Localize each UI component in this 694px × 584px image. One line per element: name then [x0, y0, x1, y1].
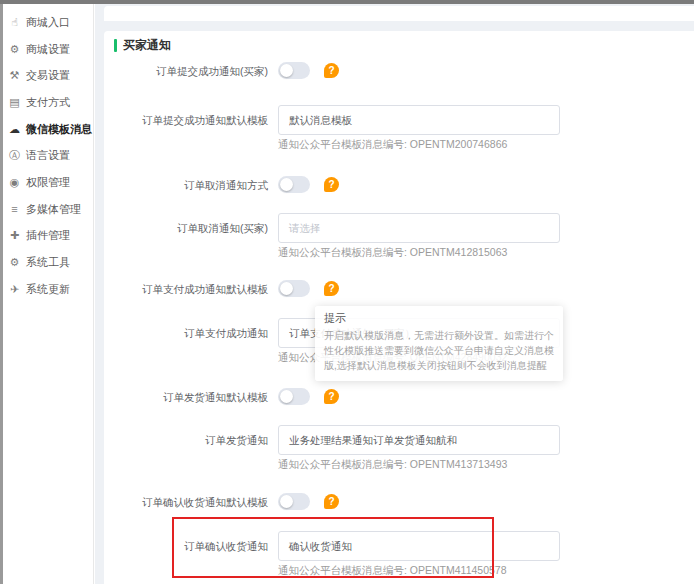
- sidebar-item-label: 商城设置: [26, 42, 70, 57]
- bank-card-icon: ▤: [8, 96, 21, 109]
- field-label: 订单提交成功通知(买家): [104, 62, 268, 80]
- tools-icon: ⚒: [8, 69, 21, 82]
- thumb-up-icon: ☝: [8, 16, 21, 29]
- section-title: 买家通知: [123, 37, 171, 54]
- form-row-toggle: 订单确认收货通知默认模板?: [104, 493, 694, 511]
- toggle-switch-off[interactable]: [278, 493, 310, 510]
- form-row-input: 订单提交成功通知默认模板默认消息模板通知公众平台模板消息编号: OPENTM20…: [104, 105, 694, 149]
- toggle-switch-off[interactable]: [278, 62, 310, 79]
- sidebar-item-6[interactable]: ◉权限管理: [0, 169, 93, 196]
- field-label: 订单发货通知: [104, 425, 268, 455]
- field-controls: ?: [278, 493, 339, 510]
- text-input[interactable]: 确认收货通知: [278, 531, 560, 561]
- sidebar-item-9[interactable]: ⚙系统工具: [0, 249, 93, 276]
- section-header: 买家通知: [114, 37, 171, 54]
- send-icon: ✈: [8, 283, 21, 296]
- sidebar-item-label: 支付方式: [26, 95, 70, 110]
- tooltip: 提示 开启默认模版消息，无需进行额外设置。如需进行个性化模版推送需要到微信公众平…: [315, 306, 563, 381]
- form-row-toggle: 订单取消通知方式?: [104, 176, 694, 194]
- help-icon[interactable]: ?: [324, 281, 339, 296]
- help-icon[interactable]: ?: [324, 177, 339, 192]
- form-row-toggle: 订单发货通知默认模板?: [104, 388, 694, 406]
- help-icon[interactable]: ?: [324, 494, 339, 509]
- template-id-helper: 通知公众平台模板消息编号: OPENTM411450578: [278, 564, 507, 578]
- sidebar: ☝商城入口⚙商城设置⚒交易设置▤支付方式☁微信模板消息Ⓐ语言设置◉权限管理≡多媒…: [0, 4, 94, 584]
- field-controls: ?: [278, 388, 339, 405]
- sidebar-item-1[interactable]: ⚙商城设置: [0, 36, 93, 63]
- toggle-switch-off[interactable]: [278, 280, 310, 297]
- sidebar-item-0[interactable]: ☝商城入口: [0, 9, 93, 36]
- language-icon: Ⓐ: [8, 148, 21, 163]
- field-label: 订单确认收货通知: [104, 531, 268, 561]
- toggle-knob: [280, 390, 293, 403]
- sidebar-item-8[interactable]: ✚插件管理: [0, 223, 93, 250]
- template-id-helper: 通知公众平台模板消息编号: OPENTM200746866: [278, 138, 507, 152]
- gear-icon: ⚙: [8, 43, 21, 56]
- sidebar-item-label: 微信模板消息: [26, 122, 92, 137]
- form-row-toggle: 订单提交成功通知(买家)?: [104, 62, 694, 80]
- eye-icon: ◉: [8, 176, 21, 189]
- field-label: 订单取消通知(买家): [104, 213, 268, 243]
- app-window: ☝商城入口⚙商城设置⚒交易设置▤支付方式☁微信模板消息Ⓐ语言设置◉权限管理≡多媒…: [0, 0, 694, 584]
- help-icon[interactable]: ?: [324, 389, 339, 404]
- toggle-knob: [280, 282, 293, 295]
- tooltip-title: 提示: [324, 311, 554, 326]
- form-row-input: 订单取消通知(买家)请选择通知公众平台模板消息编号: OPENTM4128150…: [104, 213, 694, 257]
- template-id-helper: 通知公众平台模板消息编号: OPENTM412815063: [278, 246, 507, 260]
- tooltip-body: 开启默认模版消息，无需进行额外设置。如需进行个性化模版推送需要到微信公众平台申请…: [324, 328, 554, 373]
- field-label: 订单确认收货通知默认模板: [104, 493, 268, 511]
- toggle-knob: [280, 495, 293, 508]
- text-input[interactable]: 默认消息模板: [278, 105, 560, 135]
- toggle-knob: [280, 178, 293, 191]
- gear-icon: ⚙: [8, 256, 21, 269]
- list-icon: ≡: [8, 203, 21, 215]
- template-id-helper: 通知公众平台模板消息编号: OPENTM413713493: [278, 458, 507, 472]
- settings-panel: 买家通知 订单提交成功通知(买家)?订单提交成功通知默认模板默认消息模板通知公众…: [104, 31, 694, 584]
- field-label: 订单支付成功通知默认模板: [104, 280, 268, 298]
- field-controls: ?: [278, 62, 339, 79]
- sidebar-item-3[interactable]: ▤支付方式: [0, 89, 93, 116]
- form-row-input: 订单确认收货通知确认收货通知通知公众平台模板消息编号: OPENTM411450…: [104, 531, 694, 575]
- field-label: 订单提交成功通知默认模板: [104, 105, 268, 135]
- toggle-switch-off[interactable]: [278, 176, 310, 193]
- content-header-bar: [104, 6, 694, 21]
- form-row-toggle: 订单支付成功通知默认模板?: [104, 280, 694, 298]
- field-label: 订单发货通知默认模板: [104, 388, 268, 406]
- help-icon[interactable]: ?: [324, 63, 339, 78]
- toggle-knob: [280, 64, 293, 77]
- sidebar-item-2[interactable]: ⚒交易设置: [0, 62, 93, 89]
- sidebar-item-label: 权限管理: [26, 175, 70, 190]
- field-label: 订单支付成功通知: [104, 318, 268, 348]
- sidebar-item-label: 语言设置: [26, 148, 70, 163]
- toggle-switch-off[interactable]: [278, 388, 310, 405]
- sidebar-item-4[interactable]: ☁微信模板消息: [0, 116, 93, 143]
- plugin-icon: ✚: [8, 229, 21, 242]
- field-label: 订单取消通知方式: [104, 176, 268, 194]
- text-input[interactable]: 业务处理结果通知订单发货通知航和: [278, 425, 560, 455]
- wechat-icon: ☁: [8, 123, 21, 136]
- form-row-input: 订单发货通知业务处理结果通知订单发货通知航和通知公众平台模板消息编号: OPEN…: [104, 425, 694, 469]
- field-controls: ?: [278, 176, 339, 193]
- sidebar-item-7[interactable]: ≡多媒体管理: [0, 196, 93, 223]
- sidebar-item-label: 交易设置: [26, 68, 70, 83]
- sidebar-item-label: 插件管理: [26, 228, 70, 243]
- accent-bar: [114, 39, 117, 52]
- sidebar-item-5[interactable]: Ⓐ语言设置: [0, 142, 93, 169]
- field-controls: ?: [278, 280, 339, 297]
- sidebar-item-label: 系统工具: [26, 255, 70, 270]
- sidebar-item-label: 系统更新: [26, 282, 70, 297]
- sidebar-item-label: 多媒体管理: [26, 202, 81, 217]
- select-input[interactable]: 请选择: [278, 213, 560, 243]
- window-left-edge: [0, 4, 3, 584]
- sidebar-item-label: 商城入口: [26, 15, 70, 30]
- sidebar-item-10[interactable]: ✈系统更新: [0, 276, 93, 303]
